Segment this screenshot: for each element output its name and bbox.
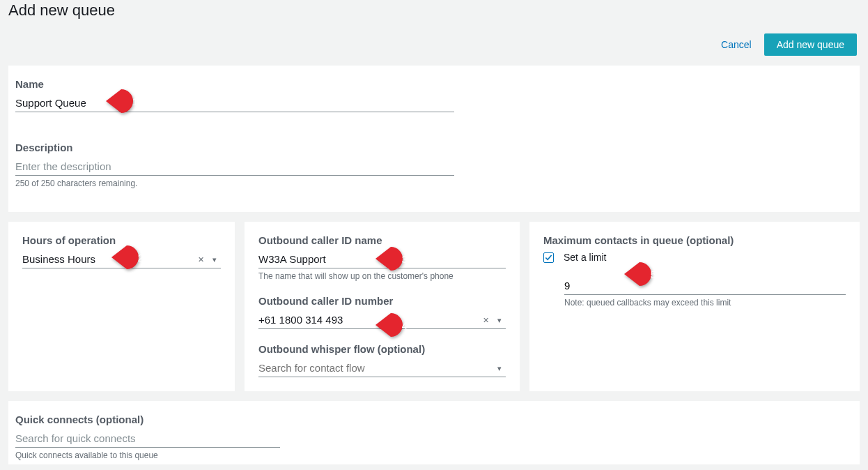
outbound-id-number-input[interactable] (258, 311, 479, 328)
clear-icon[interactable] (479, 315, 493, 325)
outbound-id-number-select[interactable] (258, 311, 506, 329)
name-label: Name (15, 78, 853, 90)
limit-input[interactable] (564, 277, 846, 295)
action-bar: Cancel Add new queue (0, 26, 868, 66)
quick-connects-search[interactable] (15, 430, 280, 448)
chevron-down-icon[interactable] (208, 255, 221, 264)
set-limit-label: Set a limit (564, 252, 606, 263)
outbound-id-name-label: Outbound caller ID name (258, 234, 506, 246)
max-contacts-title: Maximum contacts in queue (optional) (543, 234, 846, 246)
whisper-flow-input[interactable] (258, 359, 493, 377)
quick-connects-card: Quick connects (optional) Quick connects… (8, 401, 860, 464)
max-contacts-card: Maximum contacts in queue (optional) Set… (529, 222, 860, 391)
chevron-down-icon[interactable] (493, 363, 506, 373)
description-helper: 250 of 250 characters remaining. (15, 179, 853, 188)
name-input[interactable] (15, 94, 454, 112)
set-limit-checkbox[interactable] (543, 252, 554, 263)
settings-row: Hours of operation 2 Outbound caller ID … (8, 222, 860, 391)
outbound-id-name-input[interactable] (258, 250, 506, 268)
description-input[interactable] (15, 158, 454, 176)
outbound-card: Outbound caller ID name The name that wi… (245, 222, 520, 391)
outbound-id-name-helper: The name that will show up on the custom… (258, 271, 506, 281)
quick-connects-title: Quick connects (optional) (15, 414, 853, 425)
whisper-flow-label: Outbound whisper flow (optional) (258, 343, 506, 355)
hours-input[interactable] (22, 250, 194, 268)
check-icon (545, 254, 552, 261)
page-title: Add new queue (0, 0, 868, 26)
add-new-queue-button[interactable]: Add new queue (764, 33, 857, 56)
quick-connects-helper: Quick connects available to this queue (15, 450, 853, 460)
hours-label: Hours of operation (22, 234, 221, 246)
hours-card: Hours of operation 2 (8, 222, 235, 391)
chevron-down-icon[interactable] (493, 315, 506, 325)
clear-icon[interactable] (194, 255, 208, 264)
whisper-flow-select[interactable] (258, 359, 506, 377)
limit-note: Note: queued callbacks may exceed this l… (564, 298, 846, 308)
general-card: Name 1 Description 250 of 250 characters… (8, 66, 860, 212)
description-label: Description (15, 142, 853, 153)
cancel-button[interactable]: Cancel (721, 39, 752, 50)
outbound-id-number-label: Outbound caller ID number (258, 295, 506, 307)
hours-select[interactable] (22, 250, 221, 268)
